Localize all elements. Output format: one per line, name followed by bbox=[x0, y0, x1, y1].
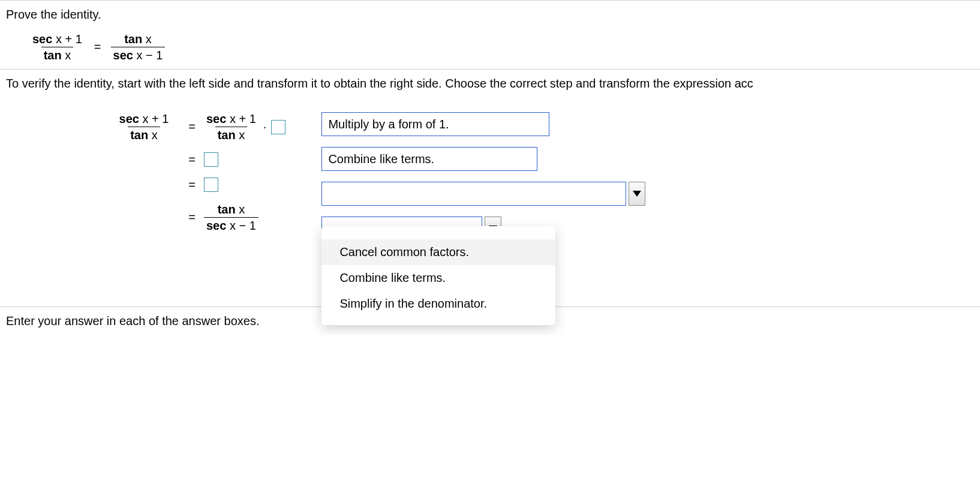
step2-eq: = bbox=[186, 153, 198, 167]
step-row-2: = bbox=[108, 152, 285, 167]
dropdown-panel: Cancel common factors. Combine like term… bbox=[321, 226, 555, 325]
step1-dot: · bbox=[263, 120, 267, 134]
dropdown-option-combine[interactable]: Combine like terms. bbox=[321, 265, 555, 291]
reason-field-2[interactable]: Combine like terms. bbox=[321, 147, 537, 171]
controls-column: Multiply by a form of 1. Combine like te… bbox=[321, 112, 645, 240]
step1-eq: = bbox=[186, 120, 198, 134]
problem-statement: Prove the identity. sec x + 1 tan x = ta… bbox=[0, 0, 980, 69]
reason-combo-3-button[interactable] bbox=[629, 182, 645, 206]
chevron-down-icon bbox=[633, 191, 641, 197]
steps-column: sec x + 1 tan x = sec x + 1 tan x · = bbox=[108, 112, 285, 232]
step4-rhs-frac: tan x sec x − 1 bbox=[204, 203, 258, 232]
reason-combo-3-input[interactable] bbox=[321, 182, 626, 206]
step-row-4: = tan x sec x − 1 bbox=[108, 203, 285, 232]
step-row-1: sec x + 1 tan x = sec x + 1 tan x · bbox=[108, 112, 285, 142]
work-area: sec x + 1 tan x = sec x + 1 tan x · = bbox=[0, 112, 980, 240]
equals-sign: = bbox=[94, 40, 101, 54]
prove-prompt: Prove the identity. bbox=[6, 8, 974, 22]
identity-lhs-fraction: sec x + 1 tan x bbox=[30, 32, 85, 62]
dropdown-option-simplify[interactable]: Simplify in the denominator. bbox=[321, 291, 555, 317]
step4-eq: = bbox=[186, 211, 198, 224]
dropdown-option-cancel[interactable]: Cancel common factors. bbox=[321, 239, 555, 265]
identity-equation: sec x + 1 tan x = tan x sec x − 1 bbox=[30, 32, 974, 62]
step1-answer-box[interactable] bbox=[271, 120, 285, 134]
reason-field-1[interactable]: Multiply by a form of 1. bbox=[321, 112, 549, 136]
step-row-3: = bbox=[108, 178, 285, 192]
step3-eq: = bbox=[186, 178, 198, 192]
reason-combo-3[interactable] bbox=[321, 182, 645, 206]
identity-rhs-fraction: tan x sec x − 1 bbox=[111, 32, 166, 62]
step2-answer-box[interactable] bbox=[204, 152, 218, 167]
step3-answer-box[interactable] bbox=[204, 178, 218, 192]
verify-instruction: To verify the identity, start with the l… bbox=[0, 69, 980, 98]
step1-rhs-frac: sec x + 1 tan x bbox=[204, 112, 258, 142]
step1-lhs: sec x + 1 tan x bbox=[117, 112, 172, 142]
